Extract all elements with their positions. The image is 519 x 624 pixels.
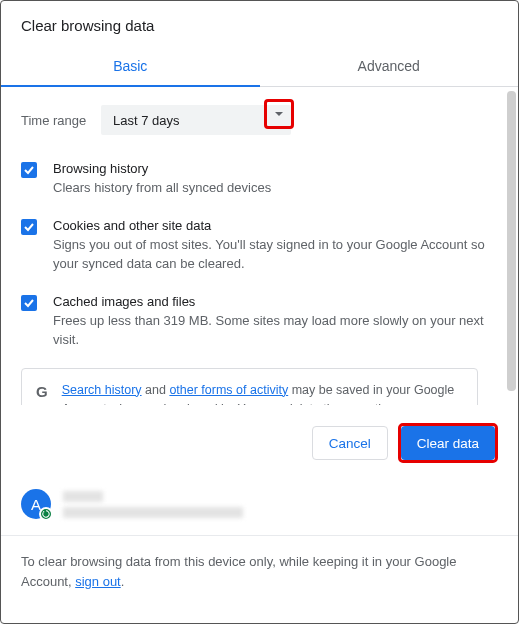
- check-icon: [23, 297, 35, 309]
- option-desc: Clears history from all synced devices: [53, 178, 490, 198]
- chevron-down-icon: [274, 109, 284, 119]
- tab-basic[interactable]: Basic: [1, 48, 260, 86]
- footer-post: .: [121, 574, 125, 589]
- highlight-clear-button: Clear data: [398, 423, 498, 463]
- button-row: Cancel Clear data: [1, 405, 518, 481]
- dialog-title: Clear browsing data: [1, 1, 518, 48]
- option-browsing-history: Browsing history Clears history from all…: [21, 151, 490, 208]
- notice-mid: and: [142, 383, 170, 397]
- google-logo-icon: G: [36, 383, 48, 401]
- checkbox-cookies[interactable]: [21, 219, 37, 235]
- time-range-select[interactable]: Last 7 days: [101, 105, 291, 135]
- scroll-area: Time range Last 7 days Browsing history …: [1, 87, 518, 405]
- clear-browsing-data-dialog: Clear browsing data Basic Advanced Time …: [1, 1, 518, 623]
- time-range-label: Time range: [21, 113, 101, 128]
- other-activity-link[interactable]: other forms of activity: [169, 383, 288, 397]
- cancel-button[interactable]: Cancel: [312, 426, 388, 460]
- tab-advanced[interactable]: Advanced: [260, 48, 519, 86]
- option-title: Cookies and other site data: [53, 218, 490, 233]
- option-title: Cached images and files: [53, 294, 490, 309]
- option-title: Browsing history: [53, 161, 490, 176]
- option-desc: Signs you out of most sites. You'll stay…: [53, 235, 490, 274]
- highlight-dropdown: [264, 99, 294, 129]
- account-email-redacted: [63, 507, 243, 518]
- time-range-value: Last 7 days: [113, 113, 180, 128]
- tabs: Basic Advanced: [1, 48, 518, 87]
- check-icon: [23, 221, 35, 233]
- footer-note: To clear browsing data from this device …: [1, 536, 518, 592]
- clear-data-button[interactable]: Clear data: [401, 426, 495, 460]
- option-desc: Frees up less than 319 MB. Some sites ma…: [53, 311, 490, 350]
- sync-badge-icon: [39, 507, 53, 521]
- option-body: Cached images and files Frees up less th…: [53, 294, 490, 350]
- options-list: Browsing history Clears history from all…: [21, 151, 510, 405]
- time-range-row: Time range Last 7 days: [21, 87, 510, 151]
- account-text: [63, 491, 498, 518]
- avatar-wrap: A: [21, 489, 51, 519]
- option-body: Cookies and other site data Signs you ou…: [53, 218, 490, 274]
- check-icon: [23, 164, 35, 176]
- checkbox-cache[interactable]: [21, 295, 37, 311]
- account-name-redacted: [63, 491, 103, 502]
- google-activity-notice: G Search history and other forms of acti…: [21, 368, 478, 406]
- notice-text: Search history and other forms of activi…: [62, 381, 463, 406]
- account-row: A: [1, 481, 518, 536]
- search-history-link[interactable]: Search history: [62, 383, 142, 397]
- scrollbar[interactable]: [507, 91, 516, 391]
- option-cookies: Cookies and other site data Signs you ou…: [21, 208, 490, 284]
- option-cache: Cached images and files Frees up less th…: [21, 284, 490, 360]
- checkbox-browsing-history[interactable]: [21, 162, 37, 178]
- option-body: Browsing history Clears history from all…: [53, 161, 490, 198]
- sign-out-link[interactable]: sign out: [75, 574, 121, 589]
